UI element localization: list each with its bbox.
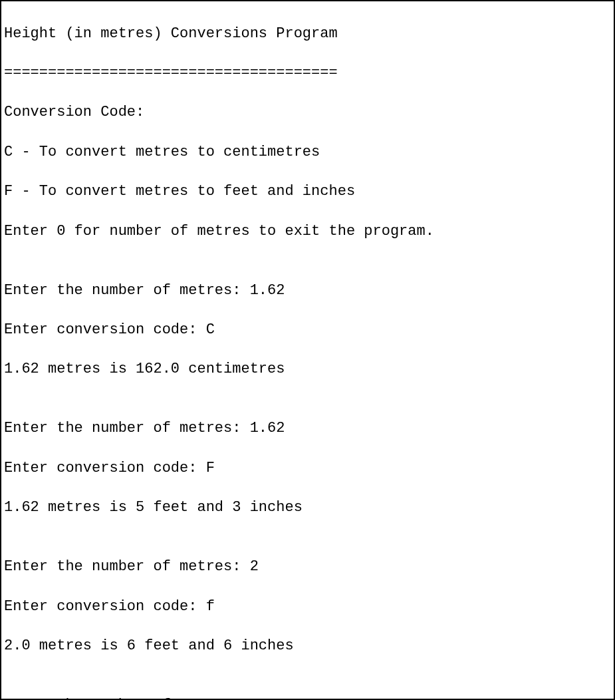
output-line: Enter conversion code: C xyxy=(4,320,611,340)
output-line: Conversion Code: xyxy=(4,102,611,122)
output-line: Height (in metres) Conversions Program xyxy=(4,24,611,44)
output-line: F - To convert metres to feet and inches xyxy=(4,182,611,202)
output-line: Enter the number of metres: 1.62 xyxy=(4,281,611,301)
output-line: Enter conversion code: f xyxy=(4,597,611,617)
output-line: Enter 0 for number of metres to exit the… xyxy=(4,222,611,242)
output-line: 2.0 metres is 6 feet and 6 inches xyxy=(4,636,611,656)
output-line: Enter the number of metres: 1.62 xyxy=(4,419,611,438)
output-line: ====================================== xyxy=(4,63,611,83)
output-line: Enter the number of metres: 3.25 xyxy=(4,695,611,700)
output-line: 1.62 metres is 162.0 centimetres xyxy=(4,359,611,379)
terminal-output: Height (in metres) Conversions Program =… xyxy=(0,0,615,700)
output-line: C - To convert metres to centimetres xyxy=(4,142,611,162)
output-line: 1.62 metres is 5 feet and 3 inches xyxy=(4,498,611,518)
output-line: Enter conversion code: F xyxy=(4,458,611,478)
output-line: Enter the number of metres: 2 xyxy=(4,557,611,577)
